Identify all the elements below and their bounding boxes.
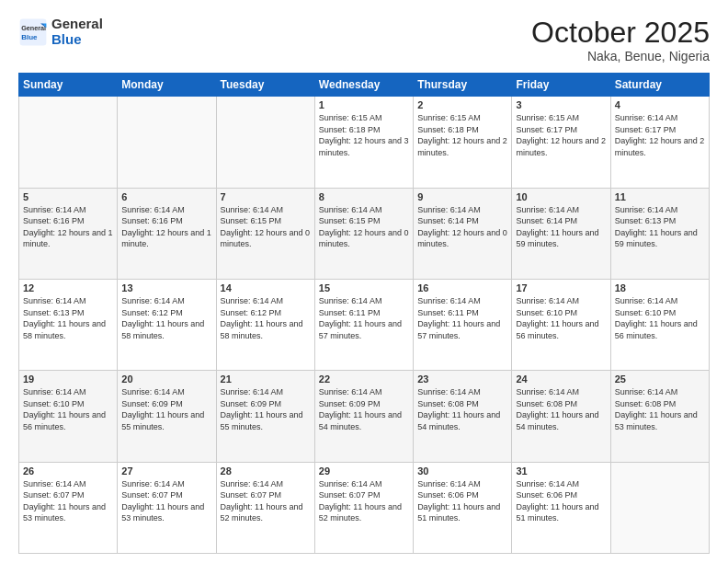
day-number: 10 bbox=[516, 191, 606, 202]
day-number: 28 bbox=[221, 465, 311, 477]
day-info: Sunrise: 6:14 AM Sunset: 6:12 PM Dayligh… bbox=[221, 295, 311, 341]
day-number: 5 bbox=[23, 191, 113, 202]
table-row: 16Sunrise: 6:14 AM Sunset: 6:11 PM Dayli… bbox=[414, 279, 512, 370]
page-subtitle: Naka, Benue, Nigeria bbox=[531, 49, 710, 63]
day-number: 4 bbox=[615, 99, 705, 110]
day-number: 20 bbox=[121, 373, 211, 385]
table-row: 8Sunrise: 6:14 AM Sunset: 6:15 PM Daylig… bbox=[314, 188, 413, 279]
logo: General Blue General Blue bbox=[18, 17, 103, 47]
table-row: 19Sunrise: 6:14 AM Sunset: 6:10 PM Dayli… bbox=[19, 371, 118, 462]
table-row: 9Sunrise: 6:14 AM Sunset: 6:14 PM Daylig… bbox=[414, 188, 512, 279]
day-info: Sunrise: 6:14 AM Sunset: 6:06 PM Dayligh… bbox=[516, 478, 606, 524]
day-info: Sunrise: 6:14 AM Sunset: 6:09 PM Dayligh… bbox=[221, 386, 311, 432]
table-row: 5Sunrise: 6:14 AM Sunset: 6:16 PM Daylig… bbox=[19, 188, 118, 279]
table-row: 7Sunrise: 6:14 AM Sunset: 6:15 PM Daylig… bbox=[216, 188, 314, 279]
day-info: Sunrise: 6:15 AM Sunset: 6:18 PM Dayligh… bbox=[417, 112, 507, 158]
table-row: 4Sunrise: 6:14 AM Sunset: 6:17 PM Daylig… bbox=[610, 97, 709, 188]
day-number: 23 bbox=[417, 373, 507, 385]
table-row: 2Sunrise: 6:15 AM Sunset: 6:18 PM Daylig… bbox=[414, 97, 512, 188]
day-number: 2 bbox=[417, 99, 507, 110]
day-number: 30 bbox=[417, 465, 507, 477]
day-info: Sunrise: 6:14 AM Sunset: 6:09 PM Dayligh… bbox=[121, 386, 211, 432]
calendar-header-row: Sunday Monday Tuesday Wednesday Thursday… bbox=[19, 74, 710, 97]
day-info: Sunrise: 6:14 AM Sunset: 6:17 PM Dayligh… bbox=[615, 112, 705, 158]
table-row: 17Sunrise: 6:14 AM Sunset: 6:10 PM Dayli… bbox=[512, 279, 610, 370]
day-number: 1 bbox=[319, 99, 409, 110]
day-info: Sunrise: 6:14 AM Sunset: 6:07 PM Dayligh… bbox=[319, 478, 409, 524]
day-info: Sunrise: 6:14 AM Sunset: 6:08 PM Dayligh… bbox=[516, 386, 606, 432]
logo-text-blue: Blue bbox=[51, 32, 103, 48]
day-info: Sunrise: 6:14 AM Sunset: 6:09 PM Dayligh… bbox=[319, 386, 409, 432]
day-info: Sunrise: 6:14 AM Sunset: 6:08 PM Dayligh… bbox=[615, 386, 705, 432]
header: General Blue General Blue October 2025 N… bbox=[18, 17, 710, 63]
table-row: 10Sunrise: 6:14 AM Sunset: 6:14 PM Dayli… bbox=[512, 188, 610, 279]
day-number: 19 bbox=[23, 373, 113, 385]
table-row bbox=[19, 97, 118, 188]
day-info: Sunrise: 6:14 AM Sunset: 6:10 PM Dayligh… bbox=[516, 295, 606, 341]
day-number: 31 bbox=[516, 465, 606, 477]
table-row: 30Sunrise: 6:14 AM Sunset: 6:06 PM Dayli… bbox=[414, 462, 512, 553]
day-info: Sunrise: 6:15 AM Sunset: 6:18 PM Dayligh… bbox=[319, 112, 409, 158]
page: General Blue General Blue October 2025 N… bbox=[0, 0, 728, 563]
table-row: 22Sunrise: 6:14 AM Sunset: 6:09 PM Dayli… bbox=[314, 371, 413, 462]
table-row: 15Sunrise: 6:14 AM Sunset: 6:11 PM Dayli… bbox=[314, 279, 413, 370]
day-info: Sunrise: 6:14 AM Sunset: 6:16 PM Dayligh… bbox=[23, 204, 113, 250]
table-row: 6Sunrise: 6:14 AM Sunset: 6:16 PM Daylig… bbox=[118, 188, 216, 279]
table-row: 27Sunrise: 6:14 AM Sunset: 6:07 PM Dayli… bbox=[118, 462, 216, 553]
day-number: 11 bbox=[615, 191, 705, 202]
table-row: 25Sunrise: 6:14 AM Sunset: 6:08 PM Dayli… bbox=[610, 371, 709, 462]
day-info: Sunrise: 6:14 AM Sunset: 6:06 PM Dayligh… bbox=[417, 478, 507, 524]
day-info: Sunrise: 6:14 AM Sunset: 6:07 PM Dayligh… bbox=[121, 478, 211, 524]
day-info: Sunrise: 6:14 AM Sunset: 6:10 PM Dayligh… bbox=[615, 295, 705, 341]
col-friday: Friday bbox=[512, 74, 610, 97]
calendar-week-row: 12Sunrise: 6:14 AM Sunset: 6:13 PM Dayli… bbox=[19, 279, 710, 370]
svg-text:General: General bbox=[21, 24, 46, 32]
day-number: 26 bbox=[23, 465, 113, 477]
day-number: 17 bbox=[516, 282, 606, 293]
day-info: Sunrise: 6:14 AM Sunset: 6:13 PM Dayligh… bbox=[615, 204, 705, 250]
day-info: Sunrise: 6:15 AM Sunset: 6:17 PM Dayligh… bbox=[516, 112, 606, 158]
day-info: Sunrise: 6:14 AM Sunset: 6:14 PM Dayligh… bbox=[417, 204, 507, 250]
table-row: 3Sunrise: 6:15 AM Sunset: 6:17 PM Daylig… bbox=[512, 97, 610, 188]
table-row: 14Sunrise: 6:14 AM Sunset: 6:12 PM Dayli… bbox=[216, 279, 314, 370]
day-number: 6 bbox=[121, 191, 211, 202]
calendar-week-row: 5Sunrise: 6:14 AM Sunset: 6:16 PM Daylig… bbox=[19, 188, 710, 279]
col-sunday: Sunday bbox=[19, 74, 118, 97]
day-number: 12 bbox=[23, 282, 113, 293]
calendar-table: Sunday Monday Tuesday Wednesday Thursday… bbox=[18, 73, 710, 554]
calendar-week-row: 26Sunrise: 6:14 AM Sunset: 6:07 PM Dayli… bbox=[19, 462, 710, 553]
logo-text-general: General bbox=[51, 17, 103, 32]
table-row: 23Sunrise: 6:14 AM Sunset: 6:08 PM Dayli… bbox=[414, 371, 512, 462]
table-row: 21Sunrise: 6:14 AM Sunset: 6:09 PM Dayli… bbox=[216, 371, 314, 462]
col-saturday: Saturday bbox=[610, 74, 709, 97]
day-info: Sunrise: 6:14 AM Sunset: 6:15 PM Dayligh… bbox=[319, 204, 409, 250]
col-wednesday: Wednesday bbox=[314, 74, 413, 97]
day-number: 27 bbox=[121, 465, 211, 477]
table-row bbox=[610, 462, 709, 553]
table-row: 26Sunrise: 6:14 AM Sunset: 6:07 PM Dayli… bbox=[19, 462, 118, 553]
day-number: 25 bbox=[615, 373, 705, 385]
day-info: Sunrise: 6:14 AM Sunset: 6:12 PM Dayligh… bbox=[121, 295, 211, 341]
day-info: Sunrise: 6:14 AM Sunset: 6:13 PM Dayligh… bbox=[23, 295, 113, 341]
day-info: Sunrise: 6:14 AM Sunset: 6:11 PM Dayligh… bbox=[417, 295, 507, 341]
page-title: October 2025 bbox=[531, 17, 710, 49]
day-number: 16 bbox=[417, 282, 507, 293]
calendar-week-row: 1Sunrise: 6:15 AM Sunset: 6:18 PM Daylig… bbox=[19, 97, 710, 188]
table-row: 20Sunrise: 6:14 AM Sunset: 6:09 PM Dayli… bbox=[118, 371, 216, 462]
day-number: 3 bbox=[516, 99, 606, 110]
col-monday: Monday bbox=[118, 74, 216, 97]
table-row bbox=[118, 97, 216, 188]
day-info: Sunrise: 6:14 AM Sunset: 6:16 PM Dayligh… bbox=[121, 204, 211, 250]
table-row: 29Sunrise: 6:14 AM Sunset: 6:07 PM Dayli… bbox=[314, 462, 413, 553]
day-number: 24 bbox=[516, 373, 606, 385]
table-row: 11Sunrise: 6:14 AM Sunset: 6:13 PM Dayli… bbox=[610, 188, 709, 279]
day-number: 22 bbox=[319, 373, 409, 385]
logo-icon: General Blue bbox=[18, 17, 48, 47]
day-info: Sunrise: 6:14 AM Sunset: 6:10 PM Dayligh… bbox=[23, 386, 113, 432]
day-number: 21 bbox=[221, 373, 311, 385]
day-info: Sunrise: 6:14 AM Sunset: 6:11 PM Dayligh… bbox=[319, 295, 409, 341]
svg-text:Blue: Blue bbox=[21, 33, 38, 41]
day-info: Sunrise: 6:14 AM Sunset: 6:14 PM Dayligh… bbox=[516, 204, 606, 250]
table-row bbox=[216, 97, 314, 188]
calendar-week-row: 19Sunrise: 6:14 AM Sunset: 6:10 PM Dayli… bbox=[19, 371, 710, 462]
